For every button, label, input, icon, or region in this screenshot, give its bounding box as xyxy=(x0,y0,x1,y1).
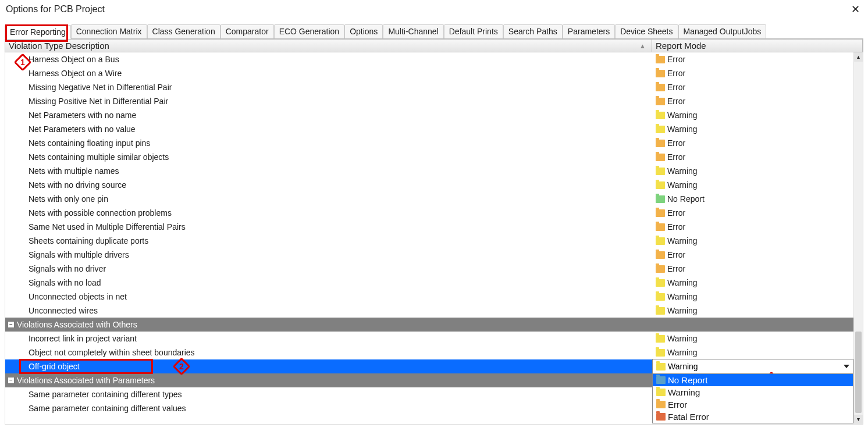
violation-description: Harness Object on a Wire xyxy=(29,66,122,80)
tab-multi-channel[interactable]: Multi-Channel xyxy=(383,24,443,38)
report-mode-cell[interactable]: Warning xyxy=(652,345,853,359)
title-bar: Options for PCB Project ✕ xyxy=(0,0,868,19)
tab-device-sheets[interactable]: Device Sheets xyxy=(615,24,678,38)
violation-description: Nets with no driving source xyxy=(29,178,126,192)
violation-row[interactable]: Incorrect link in project variantWarning xyxy=(5,332,853,345)
tab-options[interactable]: Options xyxy=(344,24,383,38)
tab-class-generation[interactable]: Class Generation xyxy=(147,24,220,38)
report-mode-value: Warning xyxy=(667,122,698,136)
violation-row[interactable]: Nets with possible connection problemsEr… xyxy=(5,206,853,220)
report-mode-cell[interactable]: Error xyxy=(652,206,853,220)
violation-description: Net Parameters with no name xyxy=(29,108,136,122)
column-header-description[interactable]: Violation Type Description ▲ xyxy=(5,40,652,52)
violation-row[interactable]: Signals with no driverError xyxy=(5,262,853,276)
violation-description: Nets with only one pin xyxy=(29,192,108,206)
folder-icon xyxy=(656,98,665,105)
report-mode-value: Error xyxy=(667,150,685,164)
violation-row[interactable]: Nets with only one pinNo Report xyxy=(5,192,853,206)
tab-connection-matrix[interactable]: Connection Matrix xyxy=(71,24,147,38)
report-mode-cell[interactable]: Warning xyxy=(652,122,853,136)
violation-description: Missing Positive Net in Differential Pai… xyxy=(29,94,168,108)
violation-row[interactable]: Nets containing floating input pinsError xyxy=(5,136,853,150)
folder-icon xyxy=(656,112,665,119)
tab-default-prints[interactable]: Default Prints xyxy=(444,24,503,38)
report-mode-cell[interactable]: Error xyxy=(652,136,853,150)
report-mode-cell[interactable]: Warning xyxy=(652,332,853,345)
report-mode-cell[interactable]: Warning xyxy=(652,234,853,248)
report-mode-cell[interactable]: Warning xyxy=(652,276,853,290)
tab-comparator[interactable]: Comparator xyxy=(220,24,274,38)
close-icon[interactable]: ✕ xyxy=(846,2,865,17)
violation-row[interactable]: Signals with no loadWarning xyxy=(5,276,853,290)
scroll-down-icon[interactable]: ▾ xyxy=(854,415,863,424)
violation-row[interactable]: Object not completely within sheet bound… xyxy=(5,345,853,359)
report-mode-cell[interactable]: Error xyxy=(652,52,853,66)
report-mode-value: Error xyxy=(667,52,685,66)
report-mode-cell[interactable]: Warning xyxy=(652,359,853,374)
grid-header: Violation Type Description ▲ Report Mode xyxy=(5,39,863,52)
tab-eco-generation[interactable]: ECO Generation xyxy=(274,24,345,38)
folder-icon xyxy=(656,251,665,259)
violation-row[interactable]: Same Net used in Multiple Differential P… xyxy=(5,220,853,234)
report-mode-value: Warning xyxy=(667,345,698,359)
violation-row[interactable]: Sheets containing duplicate portsWarning xyxy=(5,234,853,248)
dropdown-item-error[interactable]: Error xyxy=(653,398,853,411)
violation-row[interactable]: Net Parameters with no nameWarning xyxy=(5,108,853,122)
folder-icon xyxy=(656,181,665,189)
violation-row[interactable]: Missing Positive Net in Differential Pai… xyxy=(5,94,853,108)
folder-icon xyxy=(656,70,665,77)
report-mode-cell[interactable]: Error xyxy=(652,150,853,164)
report-mode-cell[interactable]: Error xyxy=(652,220,853,234)
violation-row[interactable]: Harness Object on a BusError xyxy=(5,52,853,66)
report-mode-cell[interactable]: Error xyxy=(652,66,853,80)
violation-row[interactable]: Signals with multiple driversError xyxy=(5,248,853,262)
report-mode-cell[interactable]: No Report xyxy=(652,192,853,206)
scroll-thumb[interactable] xyxy=(855,332,862,413)
report-mode-cell[interactable]: Error xyxy=(652,80,853,94)
report-mode-cell[interactable]: Error xyxy=(652,248,853,262)
folder-icon xyxy=(656,401,666,408)
tab-managed-outputjobs[interactable]: Managed OutputJobs xyxy=(678,24,767,38)
folder-icon xyxy=(656,56,665,63)
collapse-toggle-icon[interactable]: − xyxy=(8,321,15,328)
report-mode-dropdown[interactable]: No ReportWarningErrorFatal Error xyxy=(652,373,853,423)
report-mode-cell[interactable]: Error xyxy=(652,262,853,276)
report-mode-value: Warning xyxy=(667,234,698,248)
group-row[interactable]: −Violations Associated with Others xyxy=(5,318,853,332)
violation-row[interactable]: Harness Object on a WireError xyxy=(5,66,853,80)
dropdown-item-fatal-error[interactable]: Fatal Error xyxy=(653,411,853,423)
violation-row[interactable]: Off-grid objectWarning xyxy=(5,359,853,373)
report-mode-cell[interactable]: Warning xyxy=(652,108,853,122)
folder-icon xyxy=(656,293,665,301)
report-mode-cell[interactable]: Warning xyxy=(652,304,853,318)
scroll-up-icon[interactable]: ▴ xyxy=(854,52,863,62)
tab-parameters[interactable]: Parameters xyxy=(563,24,615,38)
report-mode-value: Error xyxy=(667,136,685,150)
tab-error-reporting[interactable]: Error Reporting xyxy=(5,25,71,39)
folder-icon xyxy=(656,335,665,343)
report-mode-value: Warning xyxy=(667,108,698,122)
violation-row[interactable]: Unconnected wiresWarning xyxy=(5,304,853,318)
vertical-scrollbar[interactable]: ▴ ▾ xyxy=(853,52,863,424)
violation-row[interactable]: Missing Negative Net in Differential Pai… xyxy=(5,80,853,94)
dropdown-item-no-report[interactable]: No Report xyxy=(653,374,853,386)
violation-row[interactable]: Unconnected objects in netWarning xyxy=(5,290,853,304)
violation-row[interactable]: Net Parameters with no valueWarning xyxy=(5,122,853,136)
violation-row[interactable]: Nets with multiple namesWarning xyxy=(5,164,853,178)
folder-icon xyxy=(656,209,665,217)
report-mode-cell[interactable]: Warning xyxy=(652,178,853,192)
violation-description: Object not completely within sheet bound… xyxy=(29,345,195,359)
tab-search-paths[interactable]: Search Paths xyxy=(503,24,563,38)
report-mode-cell[interactable]: Warning xyxy=(652,290,853,304)
collapse-toggle-icon[interactable]: − xyxy=(8,377,15,384)
column-header-report-mode[interactable]: Report Mode xyxy=(652,40,863,52)
report-mode-cell[interactable]: Error xyxy=(652,94,853,108)
violation-row[interactable]: Nets with no driving sourceWarning xyxy=(5,178,853,192)
folder-icon xyxy=(656,237,665,245)
report-mode-cell[interactable]: Warning xyxy=(652,164,853,178)
grid-body: Harness Object on a BusErrorHarness Obje… xyxy=(5,52,863,425)
violation-row[interactable]: Nets containing multiple similar objects… xyxy=(5,150,853,164)
violation-description: Net Parameters with no value xyxy=(29,122,136,136)
violation-description: Harness Object on a Bus xyxy=(29,52,119,66)
dropdown-item-warning[interactable]: Warning xyxy=(653,386,853,398)
